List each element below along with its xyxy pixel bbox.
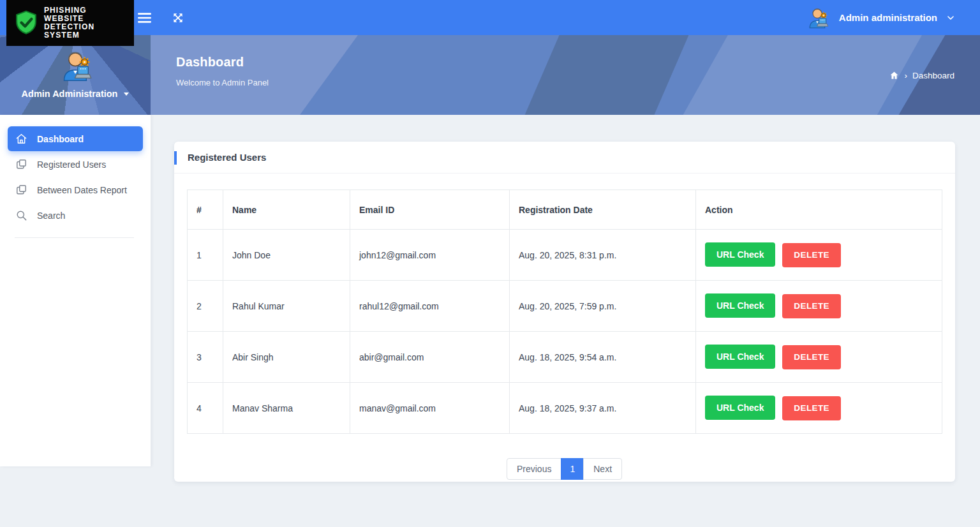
profile-avatar bbox=[56, 46, 95, 85]
sidebar-profile-panel: Admin Administration bbox=[0, 35, 151, 115]
page-header-banner: Dashboard Welcome to Admin Panel › Dashb… bbox=[151, 35, 980, 115]
column-header-email: Email ID bbox=[350, 190, 510, 230]
cell-email: rahul12@gmail.com bbox=[350, 281, 510, 332]
cell-date: Aug. 20, 2025, 7:59 p.m. bbox=[510, 281, 696, 332]
cell-actions: URL Check DELETE bbox=[696, 281, 942, 332]
sidebar-item-search[interactable]: Search bbox=[8, 203, 143, 228]
cell-date: Aug. 18, 2025, 9:54 a.m. bbox=[510, 332, 696, 383]
card-body: # Name Email ID Registration Date Action… bbox=[174, 174, 955, 480]
cell-num: 2 bbox=[188, 281, 223, 332]
sidebar-item-dashboard[interactable]: Dashboard bbox=[8, 126, 143, 151]
cell-actions: URL Check DELETE bbox=[696, 332, 942, 383]
sidebar-item-registered-users[interactable]: Registered Users bbox=[8, 152, 143, 177]
sidebar-item-between-dates-report[interactable]: Between Dates Report bbox=[8, 177, 143, 202]
url-check-button[interactable]: URL Check bbox=[705, 345, 775, 369]
card-accent-bar bbox=[174, 151, 177, 165]
page-subtitle: Welcome to Admin Panel bbox=[176, 78, 269, 87]
pages-icon bbox=[15, 158, 27, 170]
sidebar-toggle-button[interactable] bbox=[135, 10, 154, 26]
cell-name: Abir Singh bbox=[223, 332, 350, 383]
pagination-previous[interactable]: Previous bbox=[507, 458, 561, 480]
delete-button[interactable]: DELETE bbox=[782, 243, 841, 267]
column-header-date: Registration Date bbox=[510, 190, 696, 230]
cell-email: abir@gmail.com bbox=[350, 332, 510, 383]
user-avatar bbox=[804, 4, 831, 31]
pagination-next[interactable]: Next bbox=[583, 458, 622, 480]
cell-name: John Doe bbox=[223, 230, 350, 281]
banner-decoration bbox=[673, 35, 922, 115]
breadcrumb-current: Dashboard bbox=[912, 70, 954, 80]
url-check-button[interactable]: URL Check bbox=[705, 396, 775, 420]
brand-line: SYSTEM bbox=[44, 31, 94, 40]
shield-check-icon bbox=[13, 10, 40, 36]
cell-date: Aug. 20, 2025, 8:31 p.m. bbox=[510, 230, 696, 281]
banner-decoration bbox=[499, 35, 715, 115]
home-icon[interactable] bbox=[889, 70, 899, 80]
sidebar: Admin Administration Dashboard Registere… bbox=[0, 35, 151, 527]
hamburger-icon bbox=[138, 12, 151, 24]
delete-button[interactable]: DELETE bbox=[782, 345, 841, 369]
user-menu[interactable]: Admin administration bbox=[804, 4, 956, 31]
fullscreen-button[interactable] bbox=[169, 9, 187, 27]
cell-email: john12@gmail.com bbox=[350, 230, 510, 281]
breadcrumb: › Dashboard bbox=[889, 70, 954, 80]
breadcrumb-separator: › bbox=[904, 70, 907, 80]
banner-text: Dashboard Welcome to Admin Panel bbox=[176, 55, 269, 87]
column-header-action: Action bbox=[696, 190, 942, 230]
brand-logo-text: PHISHING WEBSITE DETECTION SYSTEM bbox=[44, 6, 94, 40]
pagination-page-1[interactable]: 1 bbox=[561, 458, 584, 480]
table-row: 2 Rahul Kumar rahul12@gmail.com Aug. 20,… bbox=[188, 281, 942, 332]
content-area: Registered Users # Name Email ID Registr… bbox=[151, 115, 980, 527]
card-header: Registered Users bbox=[174, 142, 955, 174]
registered-users-table: # Name Email ID Registration Date Action… bbox=[187, 189, 942, 434]
profile-dropdown[interactable]: Admin Administration bbox=[22, 89, 130, 99]
main-area: Dashboard Welcome to Admin Panel › Dashb… bbox=[151, 35, 980, 527]
sidebar-item-label: Between Dates Report bbox=[37, 185, 127, 195]
sidebar-item-label: Registered Users bbox=[37, 160, 106, 170]
cell-email: manav@gmail.com bbox=[350, 383, 510, 434]
sidebar-menu: Dashboard Registered Users Between Dates… bbox=[0, 115, 151, 466]
cell-date: Aug. 18, 2025, 9:37 a.m. bbox=[510, 383, 696, 434]
pages-icon bbox=[15, 184, 27, 196]
cell-actions: URL Check DELETE bbox=[696, 383, 942, 434]
table-row: 3 Abir Singh abir@gmail.com Aug. 18, 202… bbox=[188, 332, 942, 383]
page-title: Dashboard bbox=[176, 55, 269, 70]
cell-name: Rahul Kumar bbox=[223, 281, 350, 332]
chevron-down-icon bbox=[946, 13, 956, 23]
caret-down-icon bbox=[124, 93, 129, 96]
sidebar-item-label: Search bbox=[37, 211, 65, 221]
registered-users-card: Registered Users # Name Email ID Registr… bbox=[174, 142, 955, 482]
cell-num: 1 bbox=[188, 230, 223, 281]
cell-name: Manav Sharma bbox=[223, 383, 350, 434]
url-check-button[interactable]: URL Check bbox=[705, 293, 775, 318]
cell-actions: URL Check DELETE bbox=[696, 230, 942, 281]
card-title: Registered Users bbox=[188, 152, 266, 163]
brand-logo[interactable]: PHISHING WEBSITE DETECTION SYSTEM bbox=[6, 0, 134, 46]
expand-arrows-icon bbox=[172, 11, 184, 24]
table-row: 4 Manav Sharma manav@gmail.com Aug. 18, … bbox=[188, 383, 942, 434]
home-icon bbox=[15, 133, 27, 145]
navbar-right: Admin administration bbox=[804, 4, 956, 31]
column-header-name: Name bbox=[223, 190, 350, 230]
table-header-row: # Name Email ID Registration Date Action bbox=[188, 190, 942, 230]
column-header-num: # bbox=[188, 190, 223, 230]
menu-divider bbox=[15, 237, 134, 238]
cell-num: 4 bbox=[188, 383, 223, 434]
pagination: Previous 1 Next bbox=[187, 458, 942, 480]
table-row: 1 John Doe john12@gmail.com Aug. 20, 202… bbox=[188, 230, 942, 281]
search-icon bbox=[15, 209, 27, 221]
url-check-button[interactable]: URL Check bbox=[705, 242, 775, 267]
navbar-left-actions bbox=[135, 9, 187, 27]
delete-button[interactable]: DELETE bbox=[782, 396, 841, 420]
top-navbar: PHISHING WEBSITE DETECTION SYSTEM bbox=[0, 0, 980, 35]
user-menu-label: Admin administration bbox=[839, 12, 937, 23]
profile-name-label: Admin Administration bbox=[22, 89, 118, 99]
cell-num: 3 bbox=[188, 332, 223, 383]
delete-button[interactable]: DELETE bbox=[782, 294, 841, 318]
sidebar-item-label: Dashboard bbox=[37, 134, 84, 144]
